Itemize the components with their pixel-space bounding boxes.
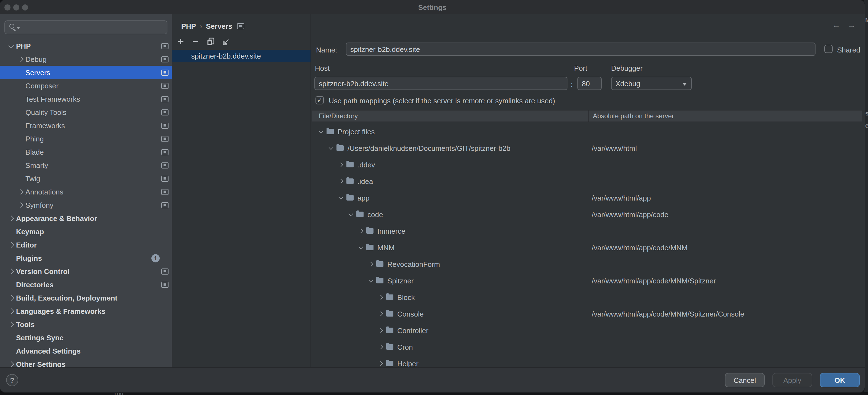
chevron-down-icon[interactable]: [319, 129, 323, 134]
chevron-right-icon[interactable]: [378, 361, 383, 366]
breadcrumb-php[interactable]: PHP: [181, 22, 196, 30]
sidebar-item-version-control[interactable]: Version Control: [0, 265, 172, 278]
chevron-right-icon[interactable]: [8, 361, 14, 367]
ok-button[interactable]: OK: [820, 373, 860, 387]
sidebar-item-label: Build, Execution, Deployment: [16, 294, 117, 302]
chevron-right-icon[interactable]: [17, 188, 24, 195]
sidebar-item-appearance-behavior[interactable]: Appearance & Behavior: [0, 212, 172, 225]
port-field[interactable]: 80: [578, 77, 602, 90]
sidebar-item-languages-frameworks[interactable]: Languages & Frameworks: [0, 304, 172, 318]
forward-arrow-icon[interactable]: →: [847, 20, 856, 29]
mapping-row-block[interactable]: Block: [311, 289, 863, 305]
chevron-right-icon[interactable]: [8, 295, 14, 301]
mapping-row-mnm[interactable]: MNM/var/www/html/app/code/MNM: [311, 239, 863, 256]
debugger-select[interactable]: Xdebug: [611, 77, 692, 90]
sidebar-item-directories[interactable]: Directories: [0, 278, 172, 291]
chevron-right-icon[interactable]: [8, 241, 14, 248]
column-absolute-path: Absolute path on the server: [593, 112, 674, 120]
chevron-right-icon[interactable]: [8, 215, 14, 221]
sidebar-item-twig[interactable]: Twig: [0, 172, 172, 185]
settings-page-icon: [161, 149, 168, 155]
folder-icon: [386, 295, 393, 300]
mapping-directory-label: .ddev: [358, 160, 375, 169]
sidebar-item-quality-tools[interactable]: Quality Tools: [0, 105, 172, 119]
cancel-button[interactable]: Cancel: [725, 373, 765, 387]
mapping-row-idea[interactable]: .idea: [311, 173, 863, 189]
sidebar-item-build-execution-deployment[interactable]: Build, Execution, Deployment: [0, 291, 172, 304]
settings-page-icon: [161, 189, 168, 195]
chevron-right-icon[interactable]: [17, 202, 24, 208]
host-field[interactable]: spitzner-b2b.ddev.site: [314, 77, 567, 90]
sidebar-item-composer[interactable]: Composer: [0, 79, 172, 92]
mapping-row-spitzner[interactable]: Spitzner/var/www/html/app/code/MNM/Spitz…: [311, 272, 863, 289]
chevron-right-icon[interactable]: [378, 328, 383, 333]
help-button[interactable]: ?: [6, 374, 18, 386]
mapping-row-code[interactable]: code/var/www/html/app/code: [311, 206, 863, 223]
mapping-row-helper[interactable]: Helper: [311, 355, 863, 367]
sidebar-item-label: Composer: [25, 82, 59, 90]
sidebar-item-servers[interactable]: Servers: [0, 66, 172, 79]
sidebar-item-editor[interactable]: Editor: [0, 238, 172, 251]
sidebar-item-plugins[interactable]: Plugins1: [0, 251, 172, 265]
sidebar-item-other-settings[interactable]: Other Settings: [0, 358, 172, 367]
chevron-right-icon[interactable]: [8, 308, 14, 314]
settings-search-input[interactable]: [4, 21, 167, 34]
mapping-row-cron[interactable]: Cron: [311, 339, 863, 355]
sidebar-item-settings-sync[interactable]: Settings Sync: [0, 331, 172, 344]
mapping-server-path: /var/www/html: [592, 144, 637, 152]
chevron-right-icon[interactable]: [339, 179, 343, 183]
mapping-row-immerce[interactable]: Immerce: [311, 223, 863, 239]
sidebar-item-advanced-settings[interactable]: Advanced Settings: [0, 344, 172, 358]
copy-server-button[interactable]: [206, 37, 215, 46]
column-divider[interactable]: [588, 111, 589, 122]
sidebar-item-smarty[interactable]: Smarty: [0, 158, 172, 172]
back-arrow-icon[interactable]: ←: [832, 20, 840, 29]
sidebar-item-php[interactable]: PHP: [0, 39, 172, 53]
chevron-right-icon[interactable]: [17, 56, 24, 62]
chevron-right-icon[interactable]: [378, 345, 383, 349]
settings-page-icon: [161, 268, 168, 274]
chevron-right-icon[interactable]: [369, 262, 373, 266]
mapping-row-console[interactable]: Console/var/www/html/app/code/MNM/Spitzn…: [311, 305, 863, 322]
chevron-down-icon[interactable]: [349, 212, 353, 217]
sidebar-item-debug[interactable]: Debug: [0, 53, 172, 66]
sidebar-item-phing[interactable]: Phing: [0, 132, 172, 145]
name-field[interactable]: spitzner-b2b.ddev.site: [346, 42, 815, 56]
chevron-right-icon[interactable]: [378, 311, 383, 316]
folder-icon: [386, 328, 393, 333]
chevron-right-icon[interactable]: [378, 295, 383, 299]
sidebar-item-blade[interactable]: Blade: [0, 145, 172, 158]
chevron-down-icon[interactable]: [329, 146, 333, 150]
chevron-right-icon[interactable]: [339, 162, 343, 167]
folder-icon: [386, 361, 393, 366]
sidebar-item-tools[interactable]: Tools: [0, 318, 172, 331]
window-title: Settings: [0, 3, 865, 11]
mapping-row-revocationform[interactable]: RevocationForm: [311, 256, 863, 272]
sidebar-item-symfony[interactable]: Symfony: [0, 198, 172, 212]
server-list-item[interactable]: spitzner-b2b.ddev.site: [173, 50, 311, 62]
mapping-row-controller[interactable]: Controller: [311, 322, 863, 339]
chevron-right-icon[interactable]: [8, 268, 14, 275]
sidebar-item-keymap[interactable]: Keymap: [0, 225, 172, 238]
mapping-row-ddev[interactable]: .ddev: [311, 156, 863, 173]
chevron-right-icon[interactable]: [359, 229, 363, 233]
path-mappings-checkbox[interactable]: ✓: [315, 96, 324, 104]
mapping-row-users-danielknudsen-documents-git-spitzner-b2b[interactable]: /Users/danielknudsen/Documents/GIT/spitz…: [311, 140, 863, 156]
chevron-down-icon[interactable]: [369, 278, 373, 283]
apply-button[interactable]: Apply: [772, 373, 812, 387]
sidebar-item-label: Debug: [25, 55, 47, 63]
chevron-down-icon[interactable]: [8, 42, 14, 49]
shared-checkbox[interactable]: [824, 45, 833, 53]
remove-server-button[interactable]: [191, 37, 200, 46]
add-server-button[interactable]: [176, 37, 185, 46]
mapping-row-project-files[interactable]: Project files: [311, 123, 863, 140]
chevron-down-icon[interactable]: [339, 195, 343, 200]
mapping-row-app[interactable]: app/var/www/html/app: [311, 189, 863, 206]
chevron-down-icon[interactable]: [359, 245, 363, 250]
import-server-button[interactable]: [221, 37, 230, 46]
sidebar-item-test-frameworks[interactable]: Test Frameworks: [0, 92, 172, 105]
settings-page-icon: [161, 202, 168, 208]
sidebar-item-annotations[interactable]: Annotations: [0, 185, 172, 198]
sidebar-item-frameworks[interactable]: Frameworks: [0, 119, 172, 132]
chevron-right-icon[interactable]: [8, 321, 14, 328]
